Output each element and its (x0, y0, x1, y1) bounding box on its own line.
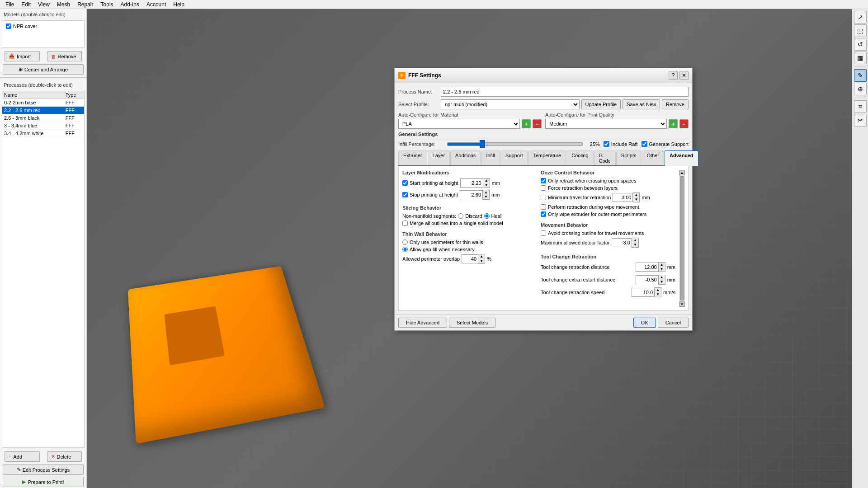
tab-support[interactable]: Support (500, 150, 528, 165)
menu-help[interactable]: Help (170, 1, 188, 8)
infill-slider[interactable] (447, 142, 583, 146)
menu-tools[interactable]: Tools (97, 1, 117, 8)
retraction-speed-input[interactable] (632, 288, 654, 297)
cancel-button[interactable]: Cancel (658, 318, 689, 328)
toolbar-frame-icon[interactable]: ⬚ (854, 24, 867, 37)
tab-other[interactable]: Other (642, 150, 664, 165)
start-height-spinbox[interactable]: ▲ ▼ (460, 178, 490, 188)
remove-material-button[interactable]: − (533, 119, 542, 128)
restart-dist-spinbox[interactable]: ▲ ▼ (636, 275, 665, 285)
profile-select[interactable]: npr multi (modified) (441, 99, 580, 109)
retraction-dist-down[interactable]: ▼ (659, 267, 665, 272)
min-travel-input[interactable] (613, 193, 632, 202)
restart-dist-input[interactable] (636, 275, 658, 284)
retraction-dist-up[interactable]: ▲ (659, 263, 665, 267)
perform-retract-checkbox[interactable] (541, 204, 546, 210)
stop-height-checkbox[interactable] (402, 192, 408, 197)
update-profile-button[interactable]: Update Profile (581, 99, 621, 109)
scroll-up[interactable]: ▲ (679, 170, 685, 175)
stop-height-spinbox[interactable]: ▲ ▼ (460, 190, 490, 200)
viewport[interactable]: F FFF Settings ? ✕ Process Name: Select … (87, 9, 852, 488)
menu-file[interactable]: File (2, 1, 18, 8)
toolbar-rotate-icon[interactable]: ↺ (854, 38, 867, 51)
tab-scripts[interactable]: Scripts (616, 150, 642, 165)
remove-profile-button[interactable]: Remove (662, 99, 689, 109)
scrollbar[interactable]: ▲ ▼ (679, 170, 684, 307)
close-button[interactable]: ✕ (679, 71, 689, 80)
prepare-print-button[interactable]: ▶ Prepare to Print! (3, 477, 84, 487)
process-row[interactable]: 3 - 3.4mm blueFFF (2, 122, 84, 130)
restart-dist-down[interactable]: ▼ (659, 280, 665, 284)
process-row[interactable]: 0-2.2mm baseFFF (2, 99, 84, 107)
add-material-button[interactable]: + (522, 119, 531, 128)
start-height-input[interactable] (460, 178, 483, 188)
remove-quality-button[interactable]: − (679, 119, 689, 128)
menu-view[interactable]: View (34, 1, 53, 8)
menu-addins[interactable]: Add-Ins (117, 1, 143, 8)
only-wipe-checkbox[interactable] (541, 211, 546, 217)
only-perimeters-radio[interactable] (402, 239, 408, 245)
max-detour-up[interactable]: ▲ (632, 238, 638, 243)
retraction-speed-spinbox[interactable]: ▲ ▼ (632, 287, 661, 297)
toolbar-arrow-icon[interactable]: ↗ (854, 11, 867, 23)
tab-advanced[interactable]: Advanced (665, 150, 698, 166)
stop-height-input[interactable] (460, 190, 482, 199)
select-models-button[interactable]: Select Models (449, 318, 495, 328)
help-button[interactable]: ? (669, 71, 678, 80)
tab-layer[interactable]: Layer (428, 150, 450, 165)
max-detour-input[interactable] (612, 238, 632, 247)
perimeter-up[interactable]: ▲ (478, 254, 485, 259)
stop-height-down[interactable]: ▼ (483, 195, 489, 199)
perimeter-overlap-input[interactable] (462, 254, 478, 263)
restart-dist-up[interactable]: ▲ (659, 275, 665, 280)
min-travel-up[interactable]: ▲ (633, 193, 639, 197)
retraction-dist-input[interactable] (636, 263, 658, 272)
perimeter-down[interactable]: ▼ (478, 259, 485, 263)
model-checkbox[interactable] (6, 23, 11, 29)
stop-height-up[interactable]: ▲ (483, 190, 489, 195)
center-arrange-button[interactable]: ⊞ Center and Arrange (3, 64, 84, 75)
generate-support-checkbox[interactable] (642, 141, 647, 147)
material-select[interactable]: PLA (398, 119, 520, 129)
force-retract-checkbox[interactable] (541, 185, 546, 191)
toolbar-cut-icon[interactable]: ✂ (854, 114, 867, 127)
scroll-thumb[interactable] (680, 176, 684, 300)
process-row[interactable]: 3.4 - 4.2mm whiteFFF (2, 130, 84, 137)
add-quality-button[interactable]: + (669, 119, 678, 128)
toolbar-grid-icon[interactable]: ▦ (854, 52, 867, 64)
toolbar-menu-icon[interactable]: ≡ (854, 100, 867, 113)
min-travel-checkbox[interactable] (541, 195, 546, 200)
ok-button[interactable]: OK (633, 318, 656, 328)
save-as-new-button[interactable]: Save as New (623, 99, 660, 109)
delete-process-button[interactable]: ✕ Delete (47, 451, 82, 462)
start-height-checkbox[interactable] (402, 180, 408, 186)
start-height-down[interactable]: ▼ (483, 183, 490, 188)
process-row-selected[interactable]: 2.2 - 2.6 mm redFFF (2, 107, 84, 114)
retraction-speed-up[interactable]: ▲ (655, 288, 661, 292)
menu-repair[interactable]: Repair (74, 1, 97, 8)
model-item[interactable]: NPR cover (4, 23, 82, 30)
max-detour-down[interactable]: ▼ (632, 243, 638, 247)
menu-edit[interactable]: Edit (18, 1, 34, 8)
perimeter-overlap-spinbox[interactable]: ▲ ▼ (462, 254, 485, 264)
tab-additions[interactable]: Additions (450, 150, 481, 165)
heal-radio[interactable] (484, 213, 490, 219)
tab-extruder[interactable]: Extruder (398, 150, 427, 165)
min-travel-spinbox[interactable]: ▲ ▼ (613, 192, 640, 202)
retraction-speed-down[interactable]: ▼ (655, 292, 661, 297)
tab-infill[interactable]: Infill (481, 150, 500, 165)
edit-process-button[interactable]: ✎ Edit Process Settings (3, 465, 84, 475)
allow-gap-radio[interactable] (402, 247, 408, 252)
max-detour-spinbox[interactable]: ▲ ▼ (612, 238, 639, 248)
process-row[interactable]: 2.6 - 3mm blackFFF (2, 114, 84, 122)
only-retract-checkbox[interactable] (541, 178, 546, 183)
quality-select[interactable]: Medium (545, 119, 667, 129)
include-raft-checkbox[interactable] (604, 141, 609, 147)
tab-cooling[interactable]: Cooling (566, 150, 593, 165)
avoid-crossing-checkbox[interactable] (541, 230, 546, 236)
menu-mesh[interactable]: Mesh (53, 1, 74, 8)
merge-checkbox[interactable] (402, 221, 408, 226)
toolbar-edit-icon[interactable]: ✎ (854, 69, 867, 82)
add-process-button[interactable]: + Add (5, 451, 40, 462)
hide-advanced-button[interactable]: Hide Advanced (398, 318, 447, 328)
